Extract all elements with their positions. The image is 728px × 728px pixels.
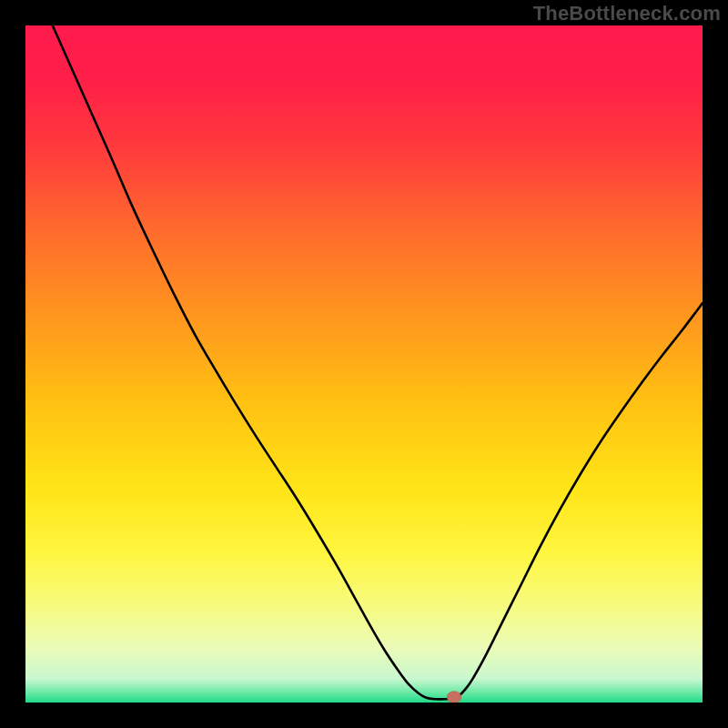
watermark-text: TheBottleneck.com <box>533 2 721 25</box>
chart-frame: TheBottleneck.com <box>0 0 728 728</box>
gradient-background <box>25 25 703 703</box>
svg-rect-0 <box>25 25 703 703</box>
